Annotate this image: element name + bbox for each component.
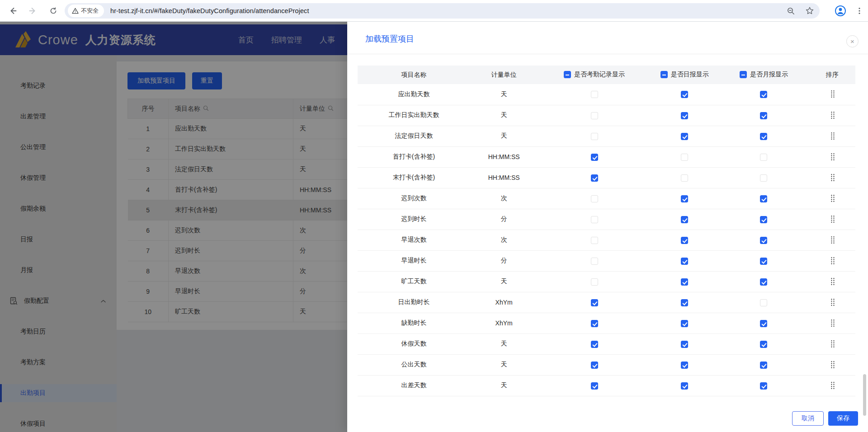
daily-report-checkbox[interactable] <box>681 299 688 306</box>
monthly-report-checkbox[interactable] <box>760 258 767 265</box>
daily-report-checkbox[interactable] <box>681 133 688 140</box>
profile-avatar-icon[interactable] <box>835 5 846 17</box>
browser-back-button[interactable] <box>6 5 19 17</box>
attendance-record-checkbox[interactable] <box>591 174 598 182</box>
modal-divider <box>347 54 868 54</box>
browser-chrome: 不安全 hr-test.zjf-it.cn/#/fakeDuty/fakeDut… <box>0 0 868 22</box>
attendance-record-checkbox[interactable] <box>591 133 598 140</box>
modal-close-icon[interactable]: × <box>846 35 859 47</box>
drag-handle-icon[interactable] <box>830 256 835 264</box>
drag-handle-icon[interactable] <box>830 235 835 244</box>
drag-handle-icon[interactable] <box>830 131 835 140</box>
monthly-report-checkbox[interactable] <box>760 195 767 202</box>
drag-handle-icon[interactable] <box>830 277 835 285</box>
daily-report-checkbox[interactable] <box>681 382 688 390</box>
attendance-record-checkbox[interactable] <box>591 91 598 98</box>
daily-report-checkbox[interactable] <box>681 341 688 348</box>
daily-report-checkbox[interactable] <box>681 195 688 202</box>
drag-handle-icon[interactable] <box>830 360 835 368</box>
drag-handle-icon[interactable] <box>830 215 835 223</box>
preset-row: 公出天数天 <box>358 354 855 375</box>
preset-row: 旷工天数天 <box>358 271 855 292</box>
modal-title: 加载预置项目 <box>365 33 414 44</box>
monthly-report-checkbox[interactable] <box>760 174 767 182</box>
preset-row: 早退次数次 <box>358 230 855 250</box>
select-all-attendance-checkbox[interactable] <box>564 71 571 78</box>
daily-report-checkbox[interactable] <box>681 258 688 265</box>
daily-report-checkbox[interactable] <box>681 278 688 286</box>
preset-row: 出差天数天 <box>358 375 855 396</box>
attendance-record-checkbox[interactable] <box>591 237 598 244</box>
preset-row: 日出勤时长XhYm <box>358 292 855 313</box>
daily-report-checkbox[interactable] <box>681 91 688 98</box>
drag-handle-icon[interactable] <box>830 111 835 119</box>
preset-row: 休假天数天 <box>358 333 855 354</box>
select-all-monthly-checkbox[interactable] <box>740 71 747 78</box>
monthly-report-checkbox[interactable] <box>760 382 767 390</box>
daily-report-checkbox[interactable] <box>681 216 688 223</box>
attendance-record-checkbox[interactable] <box>591 382 598 390</box>
daily-report-checkbox[interactable] <box>681 174 688 182</box>
preset-row: 早退时长分 <box>358 250 855 271</box>
monthly-report-checkbox[interactable] <box>760 133 767 140</box>
daily-report-checkbox[interactable] <box>681 237 688 244</box>
monthly-report-checkbox[interactable] <box>760 278 767 286</box>
attendance-record-checkbox[interactable] <box>591 362 598 369</box>
monthly-report-checkbox[interactable] <box>760 154 767 161</box>
drag-handle-icon[interactable] <box>830 89 835 98</box>
security-label: 不安全 <box>81 7 99 15</box>
load-preset-modal: 加载预置项目 × 项目名称 计量单位 是否考勤记录显示 是否日报显示 是否月报显… <box>347 22 868 432</box>
daily-report-checkbox[interactable] <box>681 320 688 327</box>
preset-row: 工作日实出勤天数天 <box>358 105 855 126</box>
drag-handle-icon[interactable] <box>830 319 835 327</box>
monthly-report-checkbox[interactable] <box>760 112 767 119</box>
attendance-record-checkbox[interactable] <box>591 258 598 265</box>
modal-scrollbar-thumb[interactable] <box>863 374 866 416</box>
cancel-button[interactable]: 取消 <box>792 411 824 426</box>
save-button[interactable]: 保存 <box>828 411 858 426</box>
preset-items-table: 项目名称 计量单位 是否考勤记录显示 是否日报显示 是否月报显示 排序 应出勤天… <box>358 66 855 396</box>
mcol-name: 项目名称 <box>358 66 470 84</box>
preset-row: 迟到时长分 <box>358 209 855 230</box>
monthly-report-checkbox[interactable] <box>760 341 767 348</box>
mcol-unit: 计量单位 <box>470 66 538 84</box>
bookmark-star-icon[interactable] <box>805 6 814 15</box>
drag-handle-icon[interactable] <box>830 381 835 389</box>
mcol-monthly: 是否月报显示 <box>718 66 809 84</box>
monthly-report-checkbox[interactable] <box>760 91 767 98</box>
drag-handle-icon[interactable] <box>830 339 835 347</box>
mcol-attendance: 是否考勤记录显示 <box>538 66 651 84</box>
daily-report-checkbox[interactable] <box>681 362 688 369</box>
drag-handle-icon[interactable] <box>830 298 835 306</box>
browser-forward-button[interactable] <box>27 5 39 17</box>
site-security-chip[interactable]: 不安全 <box>68 5 104 17</box>
zoom-out-icon[interactable] <box>787 7 795 15</box>
attendance-record-checkbox[interactable] <box>591 216 598 223</box>
monthly-report-checkbox[interactable] <box>760 320 767 327</box>
attendance-record-checkbox[interactable] <box>591 112 598 119</box>
attendance-record-checkbox[interactable] <box>591 341 598 348</box>
attendance-record-checkbox[interactable] <box>591 278 598 286</box>
daily-report-checkbox[interactable] <box>681 154 688 161</box>
attendance-record-checkbox[interactable] <box>591 299 598 306</box>
warning-icon <box>72 8 79 14</box>
drag-handle-icon[interactable] <box>830 173 835 181</box>
monthly-report-checkbox[interactable] <box>760 299 767 306</box>
monthly-report-checkbox[interactable] <box>760 237 767 244</box>
url-text: hr-test.zjf-it.cn/#/fakeDuty/fakeDutyCon… <box>110 7 309 14</box>
browser-menu-icon[interactable] <box>855 7 863 15</box>
preset-row: 缺勤时长XhYm <box>358 313 855 333</box>
attendance-record-checkbox[interactable] <box>591 320 598 327</box>
attendance-record-checkbox[interactable] <box>591 195 598 202</box>
drag-handle-icon[interactable] <box>830 194 835 202</box>
monthly-report-checkbox[interactable] <box>760 216 767 223</box>
daily-report-checkbox[interactable] <box>681 112 688 119</box>
browser-reload-button[interactable] <box>47 5 60 17</box>
select-all-daily-checkbox[interactable] <box>660 71 668 78</box>
preset-row: 法定假日天数天 <box>358 126 855 146</box>
drag-handle-icon[interactable] <box>830 152 835 160</box>
monthly-report-checkbox[interactable] <box>760 362 767 369</box>
url-bar[interactable]: 不安全 hr-test.zjf-it.cn/#/fakeDuty/fakeDut… <box>65 3 820 19</box>
attendance-record-checkbox[interactable] <box>591 154 598 161</box>
preset-row: 末打卡(含补签)HH:MM:SS <box>358 167 855 188</box>
